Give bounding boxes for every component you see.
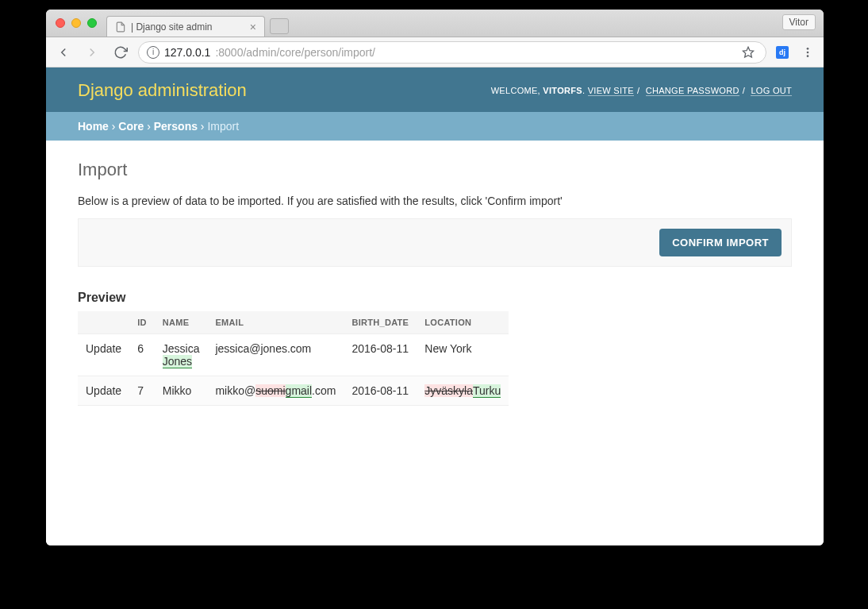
reload-button[interactable] — [109, 41, 132, 64]
profile-badge[interactable]: Vitor — [782, 14, 816, 30]
cell-location: New York — [417, 334, 509, 376]
url-input[interactable]: i 127.0.0.1:8000/admin/core/person/impor… — [138, 41, 766, 64]
col-birth-date: BIRTH_DATE — [344, 311, 417, 334]
forward-button[interactable] — [81, 41, 103, 64]
browser-window: | Django site admin × Vitor i 127.0.0.1:… — [46, 10, 824, 545]
page-body: Import Below is a preview of data to be … — [46, 141, 824, 425]
cell-email: jessica@jones.com — [207, 334, 344, 376]
site-info-icon[interactable]: i — [147, 46, 159, 59]
cell-location: JyväskylaTurku — [417, 376, 509, 406]
minimize-window-button[interactable] — [71, 18, 81, 28]
change-password-link[interactable]: CHANGE PASSWORD — [646, 86, 739, 96]
url-host: 127.0.0.1 — [164, 46, 210, 59]
browser-tab[interactable]: | Django site admin × — [106, 16, 265, 37]
extension-icon[interactable]: dj — [773, 43, 792, 62]
breadcrumb-home[interactable]: Home — [78, 120, 109, 133]
page-content: Django administration WELCOME, VITORFS. … — [46, 67, 824, 545]
welcome-label: WELCOME, — [491, 86, 540, 95]
tab-bar: | Django site admin × Vitor — [46, 10, 824, 37]
breadcrumb-core[interactable]: Core — [118, 120, 144, 133]
breadcrumb: Home › Core › Persons › Import — [46, 112, 824, 141]
cell-birth-date: 2016-08-11 — [344, 376, 417, 406]
back-button[interactable] — [52, 41, 75, 64]
cell-action: Update — [78, 334, 129, 376]
intro-text: Below is a preview of data to be importe… — [78, 195, 792, 207]
page-title: Import — [78, 160, 792, 180]
cell-name: Mikko — [155, 376, 208, 406]
col-name: NAME — [155, 311, 208, 334]
cell-id: 7 — [129, 376, 155, 406]
close-tab-icon[interactable]: × — [250, 21, 256, 33]
preview-table: ID NAME EMAIL BIRTH_DATE LOCATION Update… — [78, 311, 509, 406]
breadcrumb-persons[interactable]: Persons — [154, 120, 198, 133]
admin-header: Django administration WELCOME, VITORFS. … — [46, 67, 824, 112]
col-action — [78, 311, 129, 334]
svg-point-2 — [807, 51, 809, 53]
maximize-window-button[interactable] — [87, 18, 97, 28]
window-controls — [56, 18, 97, 28]
svg-marker-0 — [743, 47, 753, 57]
page-icon — [115, 21, 126, 33]
table-row: Update 6 Jessica Jones jessica@jones.com… — [78, 334, 509, 376]
submit-row: CONFIRM IMPORT — [78, 218, 792, 267]
cell-id: 6 — [129, 334, 155, 376]
col-email: EMAIL — [207, 311, 344, 334]
cell-birth-date: 2016-08-11 — [344, 334, 417, 376]
svg-point-1 — [807, 48, 809, 50]
cell-action: Update — [78, 376, 129, 406]
browser-menu-icon[interactable] — [798, 43, 817, 62]
cell-email: mikko@suomigmail.com — [207, 376, 344, 406]
url-path: :8000/admin/core/person/import/ — [215, 46, 375, 59]
log-out-link[interactable]: LOG OUT — [751, 86, 792, 96]
table-row: Update 7 Mikko mikko@suomigmail.com 2016… — [78, 376, 509, 406]
tab-title: | Django site admin — [131, 21, 213, 33]
col-id: ID — [129, 311, 155, 334]
site-title[interactable]: Django administration — [78, 80, 247, 101]
breadcrumb-current: Import — [207, 120, 239, 133]
address-bar: i 127.0.0.1:8000/admin/core/person/impor… — [46, 37, 824, 67]
preview-heading: Preview — [78, 291, 792, 305]
confirm-import-button[interactable]: CONFIRM IMPORT — [659, 229, 782, 256]
svg-point-3 — [807, 55, 809, 57]
close-window-button[interactable] — [56, 18, 65, 28]
new-tab-button[interactable] — [270, 18, 289, 34]
username: VITORFS — [543, 86, 582, 95]
col-location: LOCATION — [417, 311, 509, 334]
bookmark-icon[interactable] — [739, 43, 758, 62]
user-tools: WELCOME, VITORFS. VIEW SITE/ CHANGE PASS… — [491, 86, 792, 95]
cell-name: Jessica Jones — [155, 334, 208, 376]
view-site-link[interactable]: VIEW SITE — [588, 86, 634, 96]
